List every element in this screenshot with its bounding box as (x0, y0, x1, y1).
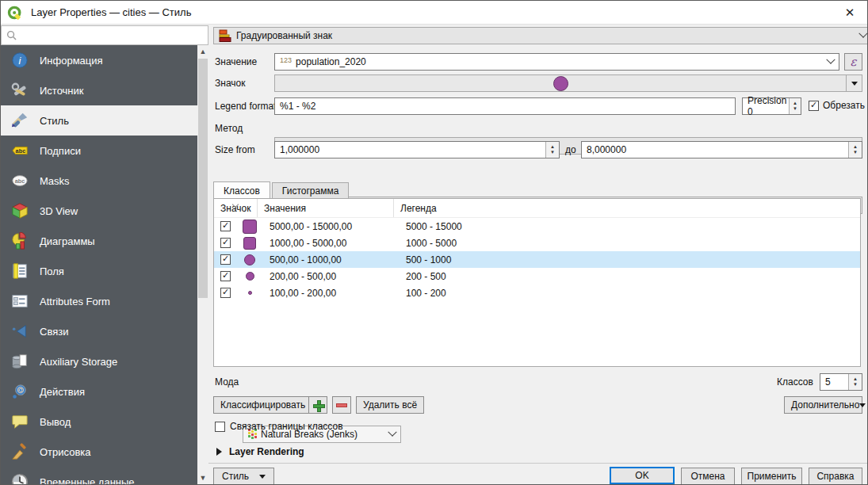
sidebar-item-label: Auxiliary Storage (40, 356, 117, 368)
advanced-button[interactable]: Дополнительно (784, 396, 862, 414)
tab-histogram[interactable]: Гистограмма (272, 182, 349, 199)
class-values: 1000,00 - 5000,00 (263, 238, 400, 249)
size-min-spinner[interactable]: 1,000000 ▲▼ (274, 141, 560, 158)
sidebar-item-label: Masks (40, 175, 70, 187)
class-values: 5000,00 - 15000,00 (263, 221, 400, 232)
sidebar-item-rendering[interactable]: Отрисовка (1, 437, 197, 467)
checkbox-icon[interactable] (220, 238, 231, 248)
sidebar-item-3d-view[interactable]: 3D View (1, 196, 197, 226)
size-min-value: 1,000000 (280, 144, 319, 155)
spinner-arrows-icon[interactable]: ▲▼ (848, 142, 862, 158)
column-legend: Легенда (393, 199, 860, 217)
checkbox-icon[interactable] (220, 221, 231, 231)
ok-button[interactable]: OK (610, 467, 675, 484)
sidebar-item-fields[interactable]: Поля (1, 256, 197, 286)
close-icon[interactable]: ✕ (839, 2, 861, 24)
table-header[interactable]: Значок Значения Легенда (214, 199, 860, 218)
sidebar-item-masks[interactable]: abc Masks (1, 166, 197, 196)
spinner-arrows-icon[interactable]: ▲▼ (789, 98, 801, 114)
symbol-preview-button[interactable] (274, 74, 862, 92)
sidebar-item-diagrams[interactable]: Диаграммы (1, 226, 197, 256)
sidebar-item-label: Attributes Form (40, 296, 110, 307)
symbol-dropdown-button[interactable] (846, 75, 862, 91)
sidebar-item-source[interactable]: Источник (1, 75, 197, 105)
arrow-down-icon (859, 403, 866, 407)
sidebar-item-output[interactable]: Вывод (1, 407, 197, 437)
checkbox-icon[interactable] (220, 288, 231, 298)
size-to-label: до (565, 144, 576, 155)
sidebar-item-actions[interactable]: Действия (1, 376, 197, 407)
expression-button[interactable]: ε (844, 53, 862, 71)
search-icon (6, 30, 17, 40)
class-legend: 100 - 200 (400, 288, 860, 299)
search-input[interactable] (21, 29, 203, 42)
layer-properties-dialog: Layer Properties — cities — Стиль ✕ i Ин… (0, 0, 868, 485)
checkbox-icon[interactable] (220, 254, 231, 265)
legend-format-value: %1 - %2 (280, 101, 315, 112)
renderer-select[interactable]: Градуированный знак (213, 27, 868, 44)
labels-icon: abc (10, 141, 29, 160)
style-menu-button[interactable]: Стиль (213, 468, 274, 485)
classify-button[interactable]: Классифицировать (213, 396, 312, 414)
class-symbol (243, 237, 256, 250)
expand-arrow-icon (216, 448, 222, 456)
spinner-arrows-icon[interactable]: ▲▼ (545, 142, 559, 158)
auxiliary-storage-icon (10, 352, 29, 371)
method-label: Метод (215, 123, 243, 134)
checkbox-icon[interactable] (220, 271, 231, 281)
scrollbar[interactable]: ▲ ▼ (197, 45, 208, 484)
classes-count-spinner[interactable]: 5 ▲▼ (820, 373, 862, 391)
svg-text:abc: abc (16, 147, 26, 155)
apply-button[interactable]: Применить (741, 468, 802, 485)
value-field-select[interactable]: 123 population_2020 (274, 53, 839, 71)
scroll-up-icon[interactable]: ▲ (197, 45, 208, 58)
value-label: Значение (215, 56, 257, 67)
scroll-thumb[interactable] (198, 59, 208, 298)
class-legend: 500 - 1000 (400, 254, 860, 265)
checkbox-icon[interactable] (809, 101, 819, 111)
sidebar-search[interactable] (1, 25, 208, 45)
svg-text:abc: abc (15, 178, 25, 185)
precision-value: Precision 0 (748, 95, 789, 117)
arrow-down-icon (259, 475, 266, 479)
class-legend: 200 - 500 (400, 271, 860, 282)
sidebar-item-style[interactable]: Стиль (1, 105, 197, 136)
trim-checkbox[interactable]: Обрезать (809, 100, 865, 111)
temporal-icon (10, 472, 29, 484)
layer-rendering-group[interactable]: Layer Rendering (216, 446, 304, 457)
scroll-down-icon[interactable]: ▼ (197, 472, 208, 484)
sidebar-item-relations[interactable]: Связи (1, 316, 197, 346)
sidebar-item-label: Отрисовка (40, 446, 91, 458)
class-symbol (243, 220, 257, 234)
class-row[interactable]: 100,00 - 200,00 100 - 200 (214, 285, 860, 301)
help-button[interactable]: Справка (809, 468, 862, 485)
sidebar-item-label: 3D View (40, 205, 78, 217)
sidebar-item-attributes-form[interactable]: Attributes Form (1, 286, 197, 316)
remove-class-button[interactable] (332, 396, 351, 414)
precision-spinner[interactable]: Precision 0 ▲▼ (742, 97, 801, 115)
delete-all-button[interactable]: Удалить всё (356, 396, 424, 414)
class-row[interactable]: 200,00 - 500,00 200 - 500 (214, 268, 860, 285)
mode-label: Мода (215, 376, 239, 388)
checkbox-icon[interactable] (215, 422, 225, 432)
tab-classes[interactable]: Классов (213, 181, 270, 199)
size-max-spinner[interactable]: 8,000000 ▲▼ (581, 141, 862, 158)
class-row[interactable]: 5000,00 - 15000,00 5000 - 15000 (214, 218, 860, 235)
add-class-button[interactable] (308, 396, 327, 414)
attributes-form-icon (10, 292, 29, 311)
cancel-button[interactable]: Отмена (681, 468, 735, 485)
classes-table[interactable]: Значок Значения Легенда 5000,00 - 15000,… (213, 199, 861, 367)
sidebar-item-label: Связи (40, 326, 68, 338)
spinner-arrows-icon[interactable]: ▲▼ (848, 374, 862, 390)
style-icon (10, 111, 29, 130)
class-row[interactable]: 500,00 - 1000,00 500 - 1000 (214, 251, 860, 268)
sidebar-item-information[interactable]: i Информация (1, 45, 197, 75)
legend-format-input[interactable]: %1 - %2 (274, 97, 736, 115)
link-boundaries-checkbox[interactable]: Связать границы классов (215, 421, 343, 432)
class-row[interactable]: 1000,00 - 5000,00 1000 - 5000 (214, 235, 860, 251)
sidebar-item-auxiliary-storage[interactable]: Auxiliary Storage (1, 346, 197, 376)
sidebar-item-temporal[interactable]: Временные данные (1, 467, 197, 484)
footer-divider (208, 463, 867, 464)
class-symbol (248, 291, 252, 295)
sidebar-item-labels[interactable]: abc Подписи (1, 136, 197, 166)
